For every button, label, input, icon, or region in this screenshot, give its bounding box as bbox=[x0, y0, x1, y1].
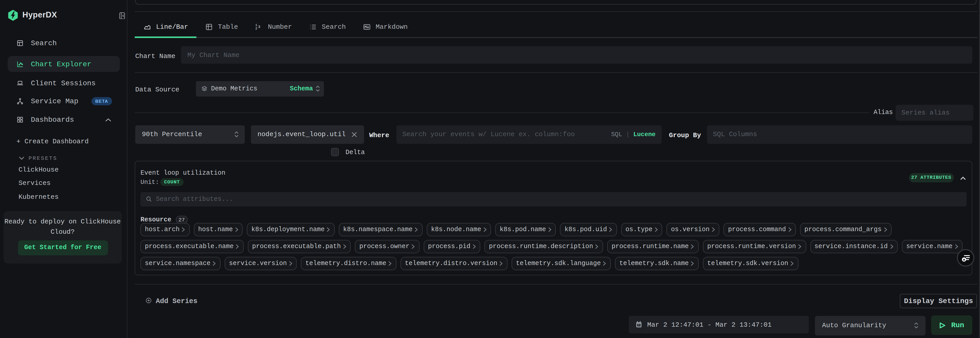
svg-text:3: 3 bbox=[258, 25, 260, 29]
svg-text:2: 2 bbox=[255, 27, 257, 30]
svg-text:1: 1 bbox=[255, 23, 257, 27]
